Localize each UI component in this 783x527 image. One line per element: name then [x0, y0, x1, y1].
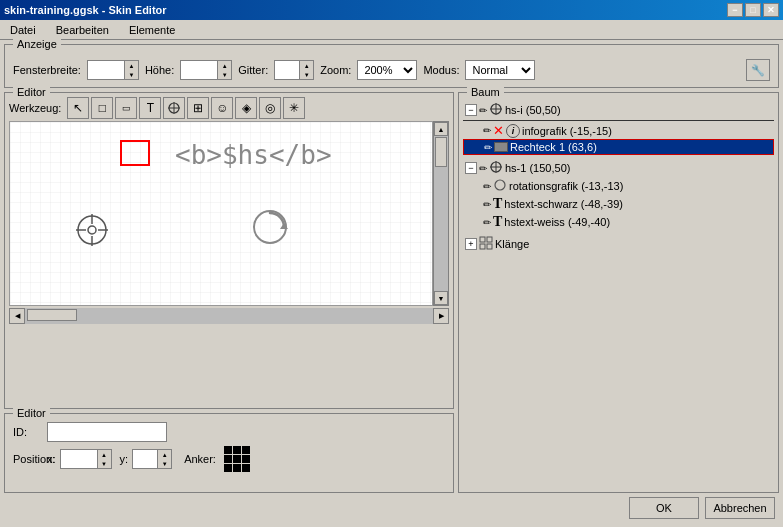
menu-elemente[interactable]: Elemente	[123, 22, 181, 38]
zoom-select[interactable]: 200% 100% 150% 300%	[357, 60, 417, 80]
menu-datei[interactable]: Datei	[4, 22, 42, 38]
tool-crosshair[interactable]	[163, 97, 185, 119]
vscroll-up[interactable]: ▲	[434, 122, 448, 136]
tree-label-hstext-schwarz: hstext-schwarz (-48,-39)	[504, 198, 623, 210]
svg-rect-21	[480, 244, 485, 249]
tool-rect-filled[interactable]: ▭	[115, 97, 137, 119]
edit-icon-infografik: ✏	[483, 125, 491, 136]
bottom-buttons: OK Abbrechen	[4, 493, 779, 523]
modus-select[interactable]: Normal Erweitert	[465, 60, 535, 80]
settings-button[interactable]: 🔧	[746, 59, 770, 81]
tree-item-rechteck1[interactable]: ✏ Rechteck 1 (63,6)	[463, 139, 774, 155]
x-down[interactable]: ▼	[98, 459, 111, 468]
tool-text[interactable]: T	[139, 97, 161, 119]
zoom-label: Zoom:	[320, 64, 351, 76]
minimize-button[interactable]: −	[727, 3, 743, 17]
expand-klange[interactable]: +	[465, 238, 477, 250]
tool-diamond[interactable]: ◈	[235, 97, 257, 119]
tree-label-klange: Klänge	[495, 238, 529, 250]
tree-item-hs-1[interactable]: − ✏ hs-1 (150,50)	[463, 159, 774, 177]
anchor-grid[interactable]	[224, 446, 250, 472]
fensterbreite-label: Fensterbreite:	[13, 64, 81, 76]
hoehe-up[interactable]: ▲	[218, 61, 231, 70]
anchor-tc[interactable]	[233, 446, 241, 454]
edit-icon-rotationsgrafik: ✏	[483, 181, 491, 192]
fensterbreite-input[interactable]: 480	[88, 61, 124, 79]
y-label: y:	[120, 453, 129, 465]
expand-hs-i[interactable]: −	[465, 104, 477, 116]
tool-arrow[interactable]: ↖	[67, 97, 89, 119]
menu-bearbeiten[interactable]: Bearbeiten	[50, 22, 115, 38]
expand-hs-1[interactable]: −	[465, 162, 477, 174]
ok-button[interactable]: OK	[629, 497, 699, 519]
fensterbreite-down[interactable]: ▼	[125, 70, 138, 79]
canvas-vscroll[interactable]: ▲ ▼	[433, 121, 449, 306]
close-button[interactable]: ✕	[763, 3, 779, 17]
crosshair-tool-icon	[167, 101, 181, 115]
tool-rect-outline[interactable]: □	[91, 97, 113, 119]
anchor-mr[interactable]	[242, 455, 250, 463]
canvas-area[interactable]: <b>$hs</b>	[9, 121, 433, 306]
hoehe-input[interactable]: 320	[181, 61, 217, 79]
hoehe-down[interactable]: ▼	[218, 70, 231, 79]
anchor-mc[interactable]	[233, 455, 241, 463]
strike-icon-infografik: ✕	[493, 123, 504, 138]
tree-item-klange[interactable]: + Klänge	[463, 235, 774, 253]
rect-icon	[494, 142, 508, 152]
tree-label-hs-1: hs-1 (150,50)	[505, 162, 570, 174]
anchor-bl[interactable]	[224, 464, 232, 472]
hscroll-right[interactable]: ▶	[433, 308, 449, 324]
cancel-button[interactable]: Abbrechen	[705, 497, 775, 519]
svg-point-18	[495, 180, 505, 190]
gitter-input[interactable]: 1	[275, 61, 299, 79]
tree-item-rotationsgrafik[interactable]: ✏ rotationsgrafik (-13,-13)	[463, 177, 774, 195]
window-title: skin-training.ggsk - Skin Editor	[4, 4, 167, 16]
text-icon-schwarz: T	[493, 196, 502, 212]
fensterbreite-spinner[interactable]: 480 ▲ ▼	[87, 60, 139, 80]
crosshair-icon-hs-1	[489, 160, 503, 176]
x-input[interactable]: 63	[61, 450, 97, 468]
vscroll-down[interactable]: ▼	[434, 291, 448, 305]
x-up[interactable]: ▲	[98, 450, 111, 459]
circle-icon-rotationsgrafik	[493, 178, 507, 194]
tool-face[interactable]: ☺	[211, 97, 233, 119]
fensterbreite-up[interactable]: ▲	[125, 61, 138, 70]
anchor-br[interactable]	[242, 464, 250, 472]
anzeige-controls: Fensterbreite: 480 ▲ ▼ Höhe: 320 ▲ ▼ Git…	[5, 49, 778, 87]
canvas-hscroll[interactable]: ◀ ▶	[9, 308, 449, 324]
wrench-icon: 🔧	[751, 64, 765, 77]
anchor-tl[interactable]	[224, 446, 232, 454]
tree-label-hs-i: hs-i (50,50)	[505, 104, 561, 116]
left-panel: Editor Werkzeug: ↖ □ ▭ T ⊞ ☺	[4, 92, 454, 493]
gitter-up[interactable]: ▲	[300, 61, 313, 70]
id-input[interactable]: Rechteck 1	[47, 422, 167, 442]
x-spinner[interactable]: 63 ▲ ▼	[60, 449, 112, 469]
y-spinner[interactable]: 6 ▲ ▼	[132, 449, 172, 469]
hoehe-spinner[interactable]: 320 ▲ ▼	[180, 60, 232, 80]
hscroll-left[interactable]: ◀	[9, 308, 25, 324]
tree-item-hstext-schwarz[interactable]: ✏ T hstext-schwarz (-48,-39)	[463, 195, 774, 213]
tree-item-infografik[interactable]: ✏ ✕ i infografik (-15,-15)	[463, 122, 774, 139]
anchor-ml[interactable]	[224, 455, 232, 463]
y-down[interactable]: ▼	[158, 459, 171, 468]
y-up[interactable]: ▲	[158, 450, 171, 459]
anchor-bc[interactable]	[233, 464, 241, 472]
y-input[interactable]: 6	[133, 450, 157, 468]
window-controls[interactable]: − □ ✕	[727, 3, 779, 17]
maximize-button[interactable]: □	[745, 3, 761, 17]
tree-item-hstext-weiss[interactable]: ✏ T hstext-weiss (-49,-40)	[463, 213, 774, 231]
tool-grid[interactable]: ⊞	[187, 97, 209, 119]
gitter-spinner[interactable]: 1 ▲ ▼	[274, 60, 314, 80]
id-label: ID:	[13, 426, 43, 438]
tool-star[interactable]: ✳	[283, 97, 305, 119]
tool-circle-target[interactable]: ◎	[259, 97, 281, 119]
anzeige-title: Anzeige	[13, 38, 61, 50]
gitter-down[interactable]: ▼	[300, 70, 313, 79]
vscroll-thumb[interactable]	[435, 137, 447, 167]
text-icon-weiss: T	[493, 214, 502, 230]
tree-item-hs-i[interactable]: − ✏ hs-i (50,50)	[463, 101, 774, 119]
anchor-tr[interactable]	[242, 446, 250, 454]
position-label: Position:	[13, 453, 43, 465]
editor-baum-row: Editor Werkzeug: ↖ □ ▭ T ⊞ ☺	[4, 92, 779, 493]
hscroll-thumb[interactable]	[27, 309, 77, 321]
